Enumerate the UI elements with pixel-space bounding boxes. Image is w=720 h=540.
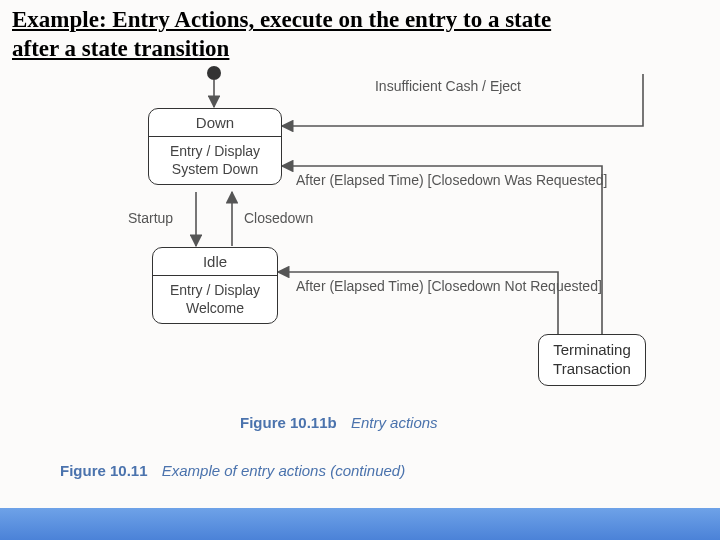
figure-caption-main-text: Example of entry actions (continued) [162,462,405,479]
label-closedown: Closedown [244,210,313,227]
label-closedown-not-requested: After (Elapsed Time) [Closedown Not Requ… [296,278,616,295]
figure-caption-b-text: Entry actions [351,414,438,431]
figure-caption-b-label: Figure 10.11b [240,414,337,431]
slide-title-line1: Example: Entry Actions, execute on the e… [12,7,551,32]
label-insufficient-cash: Insufficient Cash / Eject [368,78,528,95]
slide-title-line2: after a state transition [12,36,229,61]
state-idle-name: Idle [153,248,277,276]
figure-caption-b: Figure 10.11b Entry actions [240,414,438,431]
figure-caption-main: Figure 10.11 Example of entry actions (c… [60,462,405,479]
state-down-name: Down [149,109,281,137]
state-idle-entry: Entry / Display Welcome [153,276,277,323]
slide-title: Example: Entry Actions, execute on the e… [12,6,551,64]
state-diagram: Down Entry / Display System Down Idle En… [0,62,720,482]
state-terminating: Terminating Transaction [538,334,646,386]
state-down: Down Entry / Display System Down [148,108,282,185]
figure-caption-main-label: Figure 10.11 [60,462,148,479]
footer-bar [0,508,720,540]
label-closedown-was-requested: After (Elapsed Time) [Closedown Was Requ… [296,172,616,189]
state-down-entry: Entry / Display System Down [149,137,281,184]
label-startup: Startup [128,210,173,227]
state-terminating-name: Terminating Transaction [553,341,631,377]
state-idle: Idle Entry / Display Welcome [152,247,278,324]
